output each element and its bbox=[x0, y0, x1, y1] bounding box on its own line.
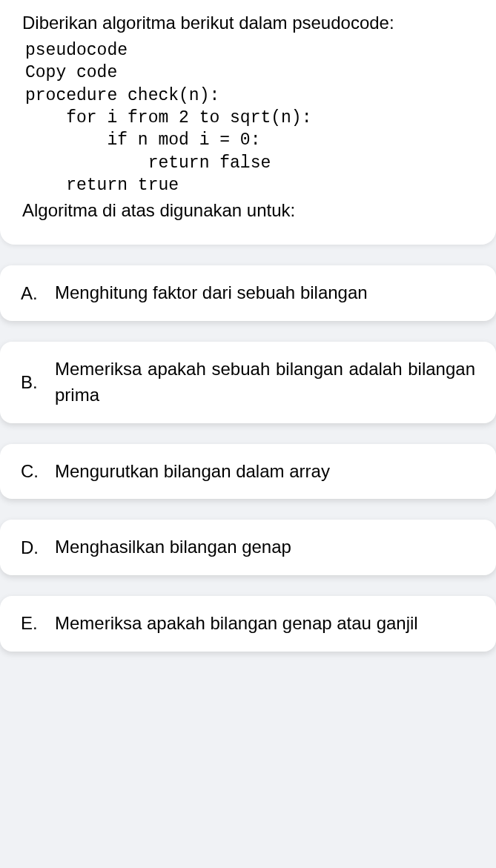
option-text: Mengurutkan bilangan dalam array bbox=[55, 459, 475, 485]
option-letter: D. bbox=[21, 537, 42, 558]
option-letter: E. bbox=[21, 613, 42, 634]
option-a[interactable]: A. Menghitung faktor dari sebuah bilanga… bbox=[0, 265, 496, 321]
option-c[interactable]: C. Mengurutkan bilangan dalam array bbox=[0, 444, 496, 500]
option-text: Menghitung faktor dari sebuah bilangan bbox=[55, 280, 475, 306]
question-intro: Diberikan algoritma berikut dalam pseudo… bbox=[22, 10, 474, 36]
option-b[interactable]: B. Memeriksa apakah sebuah bilangan adal… bbox=[0, 342, 496, 423]
question-tail: Algoritma di atas digunakan untuk: bbox=[22, 198, 474, 224]
option-e[interactable]: E. Memeriksa apakah bilangan genap atau … bbox=[0, 596, 496, 652]
question-card: Diberikan algoritma berikut dalam pseudo… bbox=[0, 0, 496, 245]
option-letter: B. bbox=[21, 372, 42, 393]
option-text: Memeriksa apakah bilangan genap atau gan… bbox=[55, 611, 475, 637]
option-text: Menghasilkan bilangan genap bbox=[55, 534, 475, 560]
option-letter: A. bbox=[21, 283, 42, 304]
option-text: Memeriksa apakah sebuah bilangan adalah … bbox=[55, 357, 475, 408]
option-d[interactable]: D. Menghasilkan bilangan genap bbox=[0, 520, 496, 575]
pseudocode-block: pseudocode Copy code procedure check(n):… bbox=[25, 39, 474, 197]
option-letter: C. bbox=[21, 461, 42, 482]
